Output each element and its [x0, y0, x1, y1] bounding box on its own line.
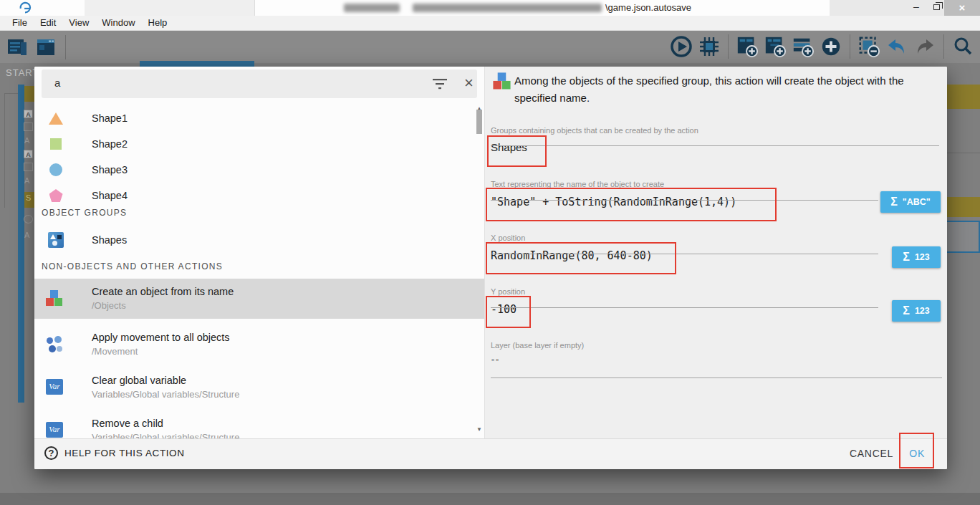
toolbar: [0, 31, 980, 63]
list-item-shape4[interactable]: Shape4: [34, 183, 476, 208]
add-comment-icon[interactable]: [792, 35, 815, 58]
toolbar-separator: [943, 34, 944, 59]
project-manager-icon[interactable]: [6, 36, 29, 59]
window-title: \game.json.autosave: [605, 2, 691, 13]
action-subtitle: Variables/Global variables/Structure: [92, 389, 239, 400]
menu-window[interactable]: Window: [95, 16, 141, 30]
list-item-clear-global-variable[interactable]: Var Clear global variable Variables/Glob…: [34, 367, 484, 408]
menu-bar: File Edit View Window Help: [0, 16, 980, 31]
list-item-create-object[interactable]: Create an object from its name /Objects: [34, 279, 484, 319]
undo-icon[interactable]: [885, 35, 908, 58]
sigma-icon: Σ: [890, 196, 898, 208]
add-circle-icon[interactable]: [820, 35, 842, 58]
background-events-hint: [24, 163, 33, 171]
restore-icon: [933, 4, 940, 10]
annotation-box-ok: [899, 433, 934, 468]
background-events-hint: A: [24, 136, 29, 145]
list-item-group-shapes[interactable]: Shapes: [34, 226, 476, 254]
toolbar-separator: [850, 34, 850, 59]
redacted-path-segment: [413, 4, 602, 12]
object-label: Shape2: [92, 138, 128, 150]
background-events-hint: [4, 93, 18, 94]
action-selector-panel: a × ▲ ▼ Shape1 Shape2 Shape3: [34, 67, 484, 469]
field-underline: [491, 145, 939, 146]
section-header-object-groups: OBJECT GROUPS: [42, 208, 471, 218]
sigma-icon: Σ: [903, 304, 910, 317]
scrollbar-thumb[interactable]: [476, 110, 482, 134]
object-group-icon: [48, 232, 64, 248]
add-event-icon[interactable]: [736, 35, 759, 58]
dialog-footer: ? HELP FOR THIS ACTION CANCEL OK: [34, 438, 947, 469]
background-events-hint: [24, 215, 33, 223]
action-description: Among the objects of the specified group…: [514, 72, 936, 107]
list-item-shape2[interactable]: Shape2: [34, 131, 476, 157]
clear-search-icon[interactable]: ×: [464, 74, 474, 92]
add-subevent-icon[interactable]: [764, 35, 787, 58]
list-item-apply-movement[interactable]: Apply movement to all objects /Movement: [34, 324, 484, 365]
field-label-group: Groups containing objects that can be cr…: [491, 126, 698, 135]
background-events-hint: [24, 122, 33, 131]
close-button[interactable]: ×: [944, 0, 980, 16]
background-events-hint: [947, 197, 980, 217]
triangle-icon: [49, 112, 63, 125]
redo-icon[interactable]: [913, 35, 936, 58]
background-events-hint: A: [24, 176, 29, 185]
menu-file[interactable]: File: [6, 16, 34, 30]
background-events-hint: [946, 221, 980, 253]
debugger-icon[interactable]: [698, 35, 721, 58]
create-object-icon: [46, 290, 63, 307]
scene-editor-icon[interactable]: [34, 36, 57, 59]
search-value: a: [54, 77, 60, 89]
menu-help[interactable]: Help: [142, 16, 174, 30]
annotation-box-group: [487, 135, 547, 167]
background-bottom-strip: [0, 493, 980, 505]
variable-icon: Var: [46, 379, 63, 395]
minimize-button[interactable]: –: [904, 0, 928, 16]
remove-event-icon[interactable]: [858, 35, 880, 58]
action-title: Apply movement to all objects: [92, 332, 230, 343]
help-icon: ?: [44, 446, 58, 460]
toolbar-separator: [728, 34, 729, 59]
cancel-button[interactable]: CANCEL: [850, 448, 893, 459]
background-events-hint: [24, 86, 34, 102]
sigma-icon: Σ: [903, 251, 910, 264]
annotation-box-y-position: [486, 296, 531, 328]
expression-editor-123-button[interactable]: Σ 123: [892, 300, 941, 322]
field-label-y-position: Y position: [491, 287, 525, 296]
help-link[interactable]: ? HELP FOR THIS ACTION: [44, 446, 185, 460]
search-icon[interactable]: [951, 35, 974, 58]
create-object-icon: [493, 72, 511, 90]
section-header-non-objects: NON-OBJECTS AND OTHER ACTIONS: [42, 261, 471, 271]
background-events-hint: [4, 93, 5, 208]
layer-field[interactable]: "": [491, 358, 499, 366]
gdevelop-logo-icon: [19, 1, 32, 14]
background-events-hint: [947, 153, 980, 153]
title-bar: \game.json.autosave – ×: [0, 0, 980, 16]
active-tab-strip: [140, 61, 254, 67]
group-label: Shapes: [92, 234, 127, 246]
list-item-shape1[interactable]: Shape1: [34, 105, 476, 131]
action-subtitle: /Movement: [92, 346, 138, 357]
background-events-hint: A: [24, 150, 33, 158]
play-icon[interactable]: [670, 35, 693, 58]
object-label: Shape4: [92, 190, 128, 201]
action-title: Remove a child: [92, 418, 163, 429]
menu-view[interactable]: View: [62, 16, 95, 30]
object-label: Shape3: [92, 164, 128, 175]
annotation-box-x-position: [486, 242, 676, 274]
circle-icon: [49, 163, 62, 176]
list-item-shape3[interactable]: Shape3: [34, 157, 476, 183]
movement-icon: [46, 336, 63, 353]
toolbar-separator: [65, 35, 66, 59]
action-title: Create an object from its name: [92, 286, 234, 297]
search-input[interactable]: a ×: [42, 69, 477, 98]
menu-edit[interactable]: Edit: [34, 16, 62, 30]
redacted-title-segment: [344, 4, 400, 12]
field-underline: [491, 377, 942, 378]
expression-editor-abc-button[interactable]: Σ "ABC": [880, 191, 941, 213]
filter-icon[interactable]: [432, 77, 448, 91]
action-subtitle: /Objects: [92, 300, 126, 311]
background-events-hint: A: [24, 231, 29, 239]
field-label-layer: Layer (base layer if empty): [491, 341, 584, 350]
expression-editor-123-button[interactable]: Σ 123: [892, 246, 941, 268]
